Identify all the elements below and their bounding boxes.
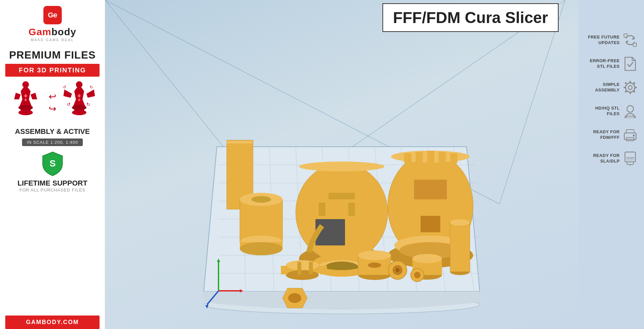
right-panel: FREE FUTURE UPDATES ERROR-FREE STL FILES bbox=[578, 0, 644, 329]
assembly-title: ASSEMBLY & ACTIVE bbox=[15, 127, 90, 136]
figurine-active: ↺ ↻ ↺ ↻ bbox=[63, 81, 96, 124]
svg-point-17 bbox=[72, 110, 86, 115]
feature-hd-stl-label: HD/HQ STL FILES bbox=[582, 106, 620, 117]
brand-gam: Gam bbox=[29, 26, 52, 37]
svg-rect-58 bbox=[348, 203, 355, 216]
gambody-url-banner[interactable]: GAMBODY.COM bbox=[5, 316, 100, 329]
svg-rect-125 bbox=[625, 152, 635, 162]
svg-point-94 bbox=[396, 268, 400, 272]
feature-simple-assembly-label: SIMPLE ASSEMBLY bbox=[582, 82, 620, 93]
svg-marker-11 bbox=[63, 89, 72, 98]
svg-rect-120 bbox=[625, 116, 635, 118]
premium-files-title: PREMIUM FILES bbox=[9, 49, 96, 61]
svg-point-6 bbox=[18, 110, 33, 115]
left-panel: Ge Gambody MAKE GAME REAL PREMIUM FILES … bbox=[0, 0, 105, 329]
feature-sla-dlp-label: READY FOR SLA/DLP bbox=[582, 153, 620, 164]
feature-simple-assembly: SIMPLE ASSEMBLY bbox=[582, 80, 637, 95]
svg-text:↺: ↺ bbox=[67, 102, 71, 107]
svg-marker-12 bbox=[86, 89, 95, 98]
center-area: FFF/FDM Cura Slicer er bbox=[105, 0, 578, 329]
svg-text:↻: ↻ bbox=[86, 102, 90, 107]
svg-rect-128 bbox=[626, 157, 634, 159]
svg-rect-114 bbox=[635, 87, 637, 88]
brand-name: Gambody bbox=[29, 26, 76, 38]
svg-rect-88 bbox=[281, 266, 288, 274]
svg-point-87 bbox=[286, 270, 319, 280]
platform-svg bbox=[200, 114, 483, 318]
svg-rect-73 bbox=[414, 180, 447, 199]
feature-sla-dlp: READY FOR SLA/DLP bbox=[582, 151, 637, 166]
logo-letters: Ge bbox=[48, 11, 57, 19]
svg-rect-66 bbox=[404, 153, 411, 163]
platform-base bbox=[200, 114, 483, 319]
svg-point-119 bbox=[627, 106, 633, 112]
svg-rect-69 bbox=[439, 152, 446, 163]
tagline: MAKE GAME REAL bbox=[31, 38, 74, 42]
svg-text:S: S bbox=[49, 158, 56, 168]
feature-fdm-fff-label: READY FOR FDM/FFF bbox=[582, 129, 620, 140]
svg-rect-70 bbox=[450, 153, 457, 163]
svg-point-84 bbox=[450, 219, 470, 226]
svg-point-10 bbox=[76, 81, 82, 88]
svg-point-77 bbox=[358, 250, 391, 260]
feature-error-free-label: ERROR-FREE STL FILES bbox=[582, 58, 620, 69]
svg-point-109 bbox=[626, 83, 635, 92]
svg-rect-74 bbox=[421, 216, 440, 232]
shield-icon: S bbox=[41, 151, 64, 176]
arrow-up: ↩ bbox=[49, 91, 56, 102]
svg-rect-91 bbox=[320, 266, 327, 274]
refresh-icon bbox=[623, 33, 637, 47]
svg-point-98 bbox=[288, 293, 301, 303]
hd-icon bbox=[623, 104, 637, 118]
svg-marker-3 bbox=[31, 93, 37, 99]
svg-text:↺: ↺ bbox=[63, 85, 66, 89]
slicer-title-text: FFF/FDM Cura Slicer bbox=[393, 9, 548, 26]
svg-point-110 bbox=[628, 86, 632, 89]
svg-rect-89 bbox=[297, 262, 301, 274]
svg-point-86 bbox=[286, 260, 319, 270]
feature-free-updates: FREE FUTURE UPDATES bbox=[582, 33, 637, 47]
svg-point-78 bbox=[368, 263, 381, 268]
svg-rect-68 bbox=[427, 151, 434, 163]
sla-icon bbox=[623, 151, 637, 166]
svg-point-56 bbox=[299, 162, 384, 171]
brand-body: body bbox=[52, 26, 77, 37]
logo-area: Ge Gambody MAKE GAME REAL bbox=[29, 6, 76, 42]
svg-rect-59 bbox=[329, 193, 355, 199]
svg-marker-2 bbox=[14, 93, 21, 99]
svg-rect-122 bbox=[626, 130, 634, 133]
svg-point-49 bbox=[251, 196, 271, 203]
scale-badge: IN SCALE 1:200, 1:400 bbox=[22, 139, 82, 146]
svg-text:↻: ↻ bbox=[90, 85, 93, 89]
for-3d-banner: FOR 3D PRINTING bbox=[5, 64, 100, 77]
svg-point-52 bbox=[240, 242, 283, 255]
svg-rect-67 bbox=[416, 152, 423, 163]
arrow-down: ↪ bbox=[49, 103, 56, 114]
svg-rect-57 bbox=[319, 203, 325, 216]
svg-rect-90 bbox=[309, 262, 313, 274]
svg-point-124 bbox=[633, 135, 635, 137]
fdm-icon bbox=[623, 128, 637, 142]
figurine-assembled-svg bbox=[9, 81, 42, 124]
lifetime-support-sub: FOR ALL PURCHASED FILES bbox=[19, 188, 85, 192]
gear-icon bbox=[623, 80, 637, 95]
feature-hd-stl: HD/HQ STL FILES bbox=[582, 104, 637, 118]
svg-rect-111 bbox=[630, 81, 631, 83]
svg-rect-113 bbox=[624, 87, 626, 88]
feature-free-updates-label: FREE FUTURE UPDATES bbox=[582, 35, 620, 46]
svg-rect-112 bbox=[630, 92, 631, 94]
figurine-active-svg: ↺ ↻ ↺ ↻ bbox=[63, 81, 96, 124]
lifetime-support-title: LIFETIME SUPPORT bbox=[17, 179, 87, 188]
svg-point-81 bbox=[412, 254, 442, 263]
svg-point-96 bbox=[414, 272, 421, 278]
svg-rect-115 bbox=[625, 82, 627, 84]
svg-rect-45 bbox=[227, 141, 252, 143]
feature-fdm-fff: READY FOR FDM/FFF bbox=[582, 128, 637, 142]
arrows-area: ↩ ↪ bbox=[49, 91, 56, 114]
file-icon bbox=[623, 57, 637, 71]
shield-area: S LIFETIME SUPPORT FOR ALL PURCHASED FIL… bbox=[17, 151, 87, 192]
svg-point-1 bbox=[22, 81, 29, 88]
slicer-title: FFF/FDM Cura Slicer bbox=[382, 3, 559, 32]
svg-rect-83 bbox=[450, 222, 470, 272]
figurines-area: ↩ ↪ ↺ ↻ bbox=[5, 81, 100, 124]
